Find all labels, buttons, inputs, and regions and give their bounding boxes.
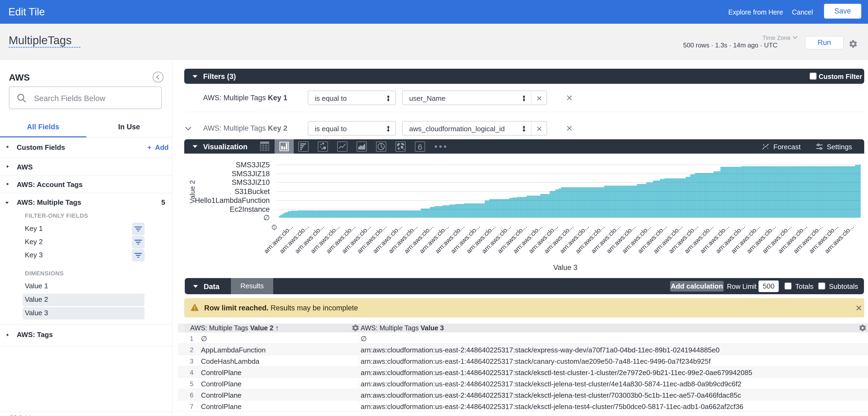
- svg-text:∅: ∅: [270, 222, 279, 232]
- svg-text:∅: ∅: [263, 214, 270, 222]
- svg-text:S31Bucket: S31Bucket: [235, 187, 270, 196]
- svg-text:Value 3: Value 3: [553, 264, 578, 272]
- svg-text:Hello1LambdaFunction: Hello1LambdaFunction: [195, 197, 270, 205]
- svg-text:Ec2Instance: Ec2Instance: [229, 205, 270, 213]
- svg-text:SMS3JIZ18: SMS3JIZ18: [232, 170, 270, 178]
- svg-text:Value 2: Value 2: [188, 180, 196, 203]
- svg-text:SMS3JIZ10: SMS3JIZ10: [232, 178, 270, 186]
- svg-text:SMS3JIZ5: SMS3JIZ5: [236, 161, 270, 169]
